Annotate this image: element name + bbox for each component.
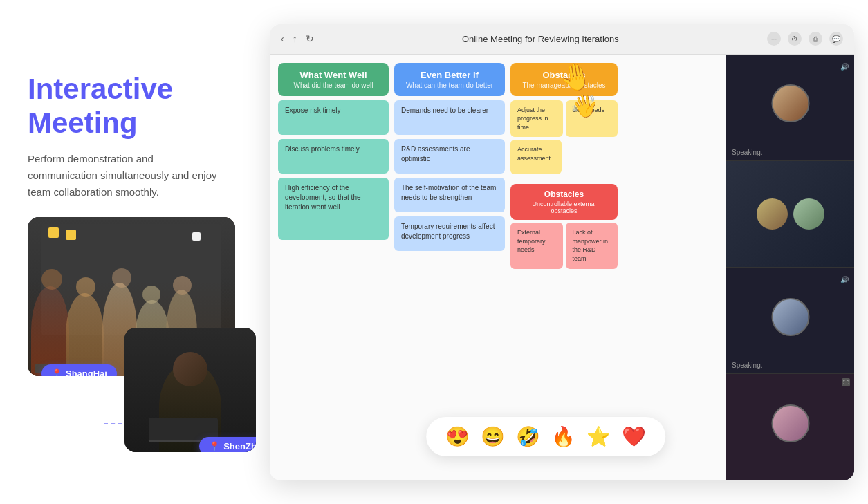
emoji-fire[interactable]: 🔥: [551, 425, 575, 448]
browser-window: ‹ ↑ ↻ Online Meeting for Reviewing Itera…: [270, 24, 854, 480]
pin-icon: 📍: [51, 368, 62, 376]
chat-button[interactable]: 💬: [829, 32, 843, 46]
note-adjust-progress[interactable]: Adjust the progress in time: [510, 100, 563, 138]
note-accurate-assessment[interactable]: Accurate assessment: [510, 140, 562, 174]
note-external-temporary[interactable]: External temporary needs: [510, 223, 563, 268]
volume-icon-1: 🔊: [840, 63, 849, 71]
browser-content: 🤚 👋 What Went Well What did the team do …: [270, 55, 854, 480]
manageable-notes-grid: Adjust the progress in time clear needs …: [510, 100, 618, 175]
title-line1: Interactive: [28, 73, 173, 105]
emoji-love-eyes[interactable]: 😍: [445, 425, 470, 448]
photo-secondary: 📍 ShenZhen: [124, 328, 256, 452]
video-tile-3: 🔊 Speaking.: [726, 268, 854, 374]
note-expose-risk[interactable]: Expose risk timely: [278, 100, 389, 135]
location-badge-shanghai: 📍 ShangHai: [41, 364, 117, 376]
note-high-efficiency[interactable]: High efficiency of the development, so t…: [278, 178, 389, 240]
hand-emoji-1: 🤚: [557, 59, 594, 94]
nav-refresh-button[interactable]: ↻: [306, 33, 314, 44]
location-badge-shenzhen: 📍 ShenZhen: [199, 437, 256, 452]
photo-area: 📍 ShangHai 📍 ShenZhen: [28, 217, 249, 431]
col-went-well: What Went Well What did the team do well…: [278, 63, 389, 472]
note-rd-assessments[interactable]: R&D assessments are optimistic: [394, 139, 505, 174]
avatar-2a: [757, 198, 788, 230]
video-tile-4: ⛶: [726, 374, 854, 480]
note-temporary-requirements[interactable]: Temporary requirements affect developmen…: [394, 216, 505, 251]
uncontrollable-section: Obstacles Uncontrollable external obstac…: [510, 184, 618, 268]
avatar-1: [771, 84, 809, 122]
description-text: Perform demonstration and communication …: [28, 151, 221, 200]
nav-upload-button[interactable]: ↑: [293, 33, 297, 44]
nav-back-button[interactable]: ‹: [281, 33, 284, 44]
video-tile-2: [726, 161, 854, 268]
video-tile-1: 🔊 Speaking.: [726, 55, 854, 161]
board-columns: What Went Well What did the team do well…: [278, 63, 718, 472]
note-lack-manpower[interactable]: Lack of manpower in the R&D team: [566, 223, 618, 268]
title-line2: Meeting: [28, 106, 138, 139]
avatar-2b: [793, 198, 824, 230]
browser-actions: ··· ⏱ ⎙ 💬: [767, 32, 843, 46]
browser-toolbar: ‹ ↑ ↻ Online Meeting for Reviewing Itera…: [270, 24, 854, 55]
video-sidebar: 🔊 Speaking. 🔊: [726, 55, 854, 480]
page-title: Interactive Meeting: [28, 73, 235, 140]
note-demands[interactable]: Demands need to be clearer: [394, 100, 505, 135]
right-panel: ‹ ↑ ↻ Online Meeting for Reviewing Itera…: [263, 0, 868, 504]
note-self-motivation[interactable]: The self-motivation of the team needs to…: [394, 178, 505, 212]
speaking-label-1: Speaking.: [732, 149, 762, 156]
screen-share-button[interactable]: ⎙: [809, 32, 822, 46]
emoji-bar: 😍 😄 🤣 🔥 ⭐ ❤️: [426, 417, 665, 456]
note-discuss-problems[interactable]: Discuss problems timely: [278, 139, 389, 174]
sticky-board: 🤚 👋 What Went Well What did the team do …: [270, 55, 726, 480]
browser-title: Online Meeting for Reviewing Iterations: [322, 34, 759, 44]
col-obstacles: Obstacles The manageable obstacles Adjus…: [510, 63, 618, 472]
uncontrollable-notes-grid: External temporary needs Lack of manpowe…: [510, 223, 618, 268]
avatar-3: [771, 298, 809, 336]
expand-icon[interactable]: ⛶: [842, 378, 850, 386]
speaking-label-3: Speaking.: [732, 362, 762, 369]
left-panel: Interactive Meeting Perform demonstratio…: [0, 0, 263, 504]
emoji-heart[interactable]: ❤️: [622, 425, 646, 448]
emoji-grin[interactable]: 😄: [481, 425, 505, 448]
more-options-button[interactable]: ···: [767, 32, 781, 46]
pin-icon-2: 📍: [209, 441, 220, 451]
volume-icon-3: 🔊: [840, 276, 849, 283]
col-even-better: Even Better If What can the team do bett…: [394, 63, 505, 472]
clock-button[interactable]: ⏱: [788, 32, 802, 46]
emoji-star[interactable]: ⭐: [587, 425, 611, 448]
avatar-4: [771, 404, 809, 442]
col-header-uncontrollable: Obstacles Uncontrollable external obstac…: [510, 184, 618, 220]
emoji-rofl[interactable]: 🤣: [516, 425, 540, 448]
col-header-even-better: Even Better If What can the team do bett…: [394, 63, 505, 96]
col-header-went-well: What Went Well What did the team do well: [278, 63, 389, 96]
